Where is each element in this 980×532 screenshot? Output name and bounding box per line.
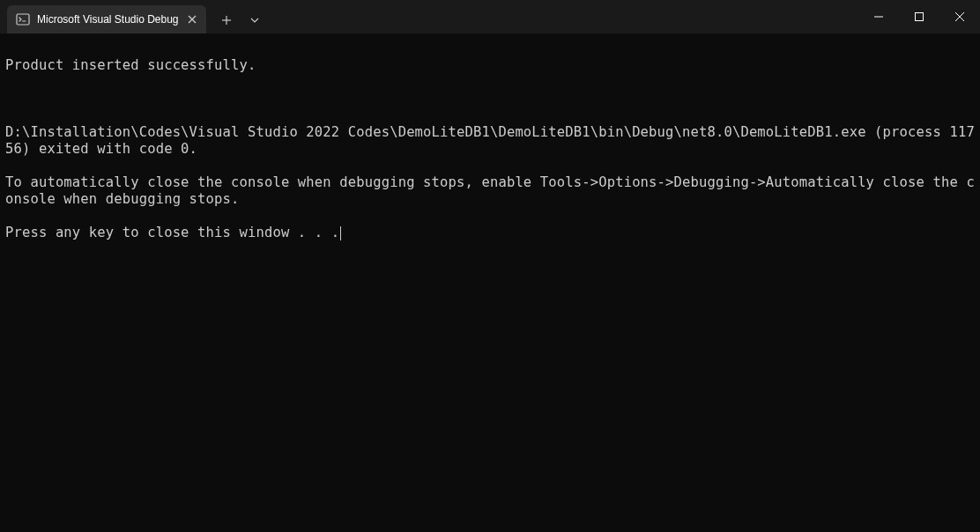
close-tab-button[interactable] [185,12,199,26]
terminal-icon [16,12,30,26]
tab-area: Microsoft Visual Studio Debug [0,0,858,33]
tab-controls [210,7,271,33]
terminal-tab[interactable]: Microsoft Visual Studio Debug [7,5,206,33]
close-window-button[interactable] [939,0,980,33]
new-tab-button[interactable] [213,7,240,33]
minimize-button[interactable] [858,0,899,33]
maximize-button[interactable] [899,0,939,33]
tab-dropdown-button[interactable] [241,7,268,33]
console-line: Press any key to close this window . . . [5,225,341,240]
titlebar: Microsoft Visual Studio Debug [0,0,980,33]
console-line: To automatically close the console when … [5,174,975,208]
window-controls [858,0,980,33]
console-line: Product inserted successfully. [5,57,975,74]
console-output[interactable]: Product inserted successfully. D:\Instal… [0,33,980,248]
svg-rect-7 [916,13,924,21]
tab-title: Microsoft Visual Studio Debug [37,13,178,26]
svg-rect-0 [17,14,29,25]
cursor [340,226,341,240]
console-line: D:\Installation\Codes\Visual Studio 2022… [5,124,975,158]
blank-line [5,91,975,107]
